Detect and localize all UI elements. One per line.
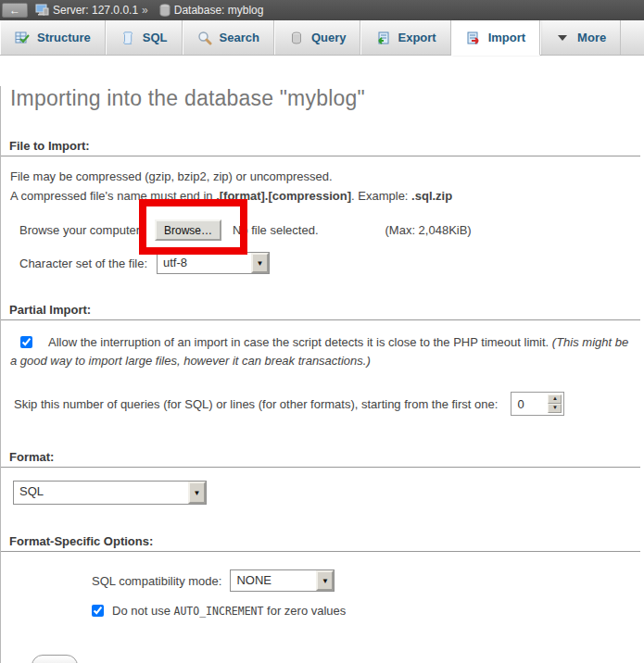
browse-row: Browse your computer: Browse… No file se… xyxy=(19,219,644,242)
partial-import-heading-label: Partial Import: xyxy=(9,303,91,317)
format-select-arrow-icon[interactable]: ▼ xyxy=(188,482,206,504)
line2-prefix: A compressed file's name must end in xyxy=(10,189,216,203)
charset-row: Character set of the file: utf-8 ▼ xyxy=(19,252,644,274)
compression-info-line1: File may be compressed (gzip, bzip2, zip… xyxy=(10,169,644,184)
line2-mid: . Example: xyxy=(351,189,411,203)
sql-compatibility-select-value: NONE xyxy=(231,570,316,591)
back-button[interactable]: ← xyxy=(2,3,28,18)
breadcrumb-server[interactable]: Server: 127.0.0.1 xyxy=(53,4,138,17)
tab-export[interactable]: Export xyxy=(360,20,450,55)
auto-increment-code: AUTO_INCREMENT xyxy=(174,605,264,618)
tab-search[interactable]: Search xyxy=(183,20,274,55)
sql-compatibility-label: SQL compatibility mode: xyxy=(92,574,221,588)
tab-structure[interactable]: Structure xyxy=(0,20,106,55)
chevron-down-icon xyxy=(555,31,570,45)
allow-interruption-block: Allow the interruption of an import in c… xyxy=(10,333,637,370)
database-icon xyxy=(159,4,170,17)
go-button[interactable]: Go xyxy=(32,655,78,663)
search-icon xyxy=(197,31,212,45)
sql-compatibility-select-arrow-icon[interactable]: ▼ xyxy=(316,570,334,591)
tab-sql-label: SQL xyxy=(143,31,168,44)
server-icon xyxy=(35,4,49,17)
tab-import[interactable]: Import xyxy=(451,20,540,56)
structure-icon xyxy=(15,31,30,45)
breadcrumb-bar: ← Server: 127.0.0.1 » Database: myblog xyxy=(0,0,644,20)
tab-search-label: Search xyxy=(220,31,259,44)
skip-queries-input[interactable] xyxy=(513,394,548,413)
tab-query[interactable]: Query xyxy=(274,20,361,55)
auto-increment-checkbox[interactable] xyxy=(92,605,104,617)
browse-button[interactable]: Browse… xyxy=(155,219,221,241)
charset-select[interactable]: utf-8 ▼ xyxy=(157,252,270,274)
phpmyadmin-import-page: ← Server: 127.0.0.1 » Database: myblog S… xyxy=(0,0,644,663)
tab-more[interactable]: More xyxy=(540,20,621,55)
page-title: Importing into the database "myblog" xyxy=(10,86,644,111)
format-select-value: SQL xyxy=(14,482,188,504)
sql-compatibility-select[interactable]: NONE ▼ xyxy=(230,569,335,592)
max-size-note: (Max: 2,048KiB) xyxy=(385,223,472,237)
stepper-down-icon[interactable]: ▼ xyxy=(548,404,562,413)
allow-interruption-checkbox[interactable] xyxy=(20,336,32,348)
format-select[interactable]: SQL ▼ xyxy=(13,481,207,505)
auto-increment-text-prefix: Do not use xyxy=(112,604,174,618)
tab-export-label: Export xyxy=(398,31,436,44)
compression-info-line2: A compressed file's name must end in .[f… xyxy=(10,188,644,204)
charset-label: Character set of the file: xyxy=(19,256,157,270)
sql-icon xyxy=(120,31,135,45)
section-heading-file-to-import: File to Import: xyxy=(1,139,640,156)
section-heading-format-specific: Format-Specific Options: xyxy=(1,534,640,552)
tab-query-label: Query xyxy=(311,31,347,44)
skip-queries-label: Skip this number of queries (for SQL) or… xyxy=(14,397,498,411)
sql-compatibility-row: SQL compatibility mode: NONE ▼ xyxy=(92,569,644,592)
query-icon xyxy=(289,31,304,45)
format-heading-label: Format: xyxy=(9,450,54,464)
auto-increment-row: Do not use AUTO_INCREMENT for zero value… xyxy=(92,604,644,618)
line2-example-token: .sql.zip xyxy=(411,189,452,203)
breadcrumb-separator: » xyxy=(142,4,148,17)
skip-queries-row: Skip this number of queries (for SQL) or… xyxy=(14,392,644,416)
tab-bar: Structure SQL Search Query Export xyxy=(0,20,644,56)
format-specific-heading-label: Format-Specific Options: xyxy=(9,534,153,548)
import-icon xyxy=(466,31,481,45)
tab-structure-label: Structure xyxy=(37,31,91,44)
charset-select-value: utf-8 xyxy=(158,253,251,273)
no-file-selected-text: No file selected. xyxy=(233,223,319,237)
tab-more-label: More xyxy=(577,31,606,44)
stepper-buttons: ▲ ▼ xyxy=(548,394,562,413)
export-icon xyxy=(375,31,390,45)
line2-format-token: .[format].[compression] xyxy=(216,189,351,203)
charset-select-arrow-icon[interactable]: ▼ xyxy=(251,253,269,273)
auto-increment-text-suffix: for zero values xyxy=(263,604,346,618)
section-heading-partial-import: Partial Import: xyxy=(1,303,640,320)
breadcrumb-database[interactable]: Database: myblog xyxy=(174,4,264,17)
allow-interruption-text: Allow the interruption of an import in c… xyxy=(48,335,552,349)
tab-import-label: Import xyxy=(488,31,525,44)
tab-sql[interactable]: SQL xyxy=(106,20,183,55)
section-heading-format: Format: xyxy=(1,450,640,468)
browse-label: Browse your computer: xyxy=(19,223,155,237)
file-to-import-heading-label: File to Import: xyxy=(9,139,90,153)
skip-queries-stepper[interactable]: ▲ ▼ xyxy=(511,392,564,416)
stepper-up-icon[interactable]: ▲ xyxy=(548,394,562,404)
main-content: Importing into the database "myblog" Fil… xyxy=(0,86,644,663)
